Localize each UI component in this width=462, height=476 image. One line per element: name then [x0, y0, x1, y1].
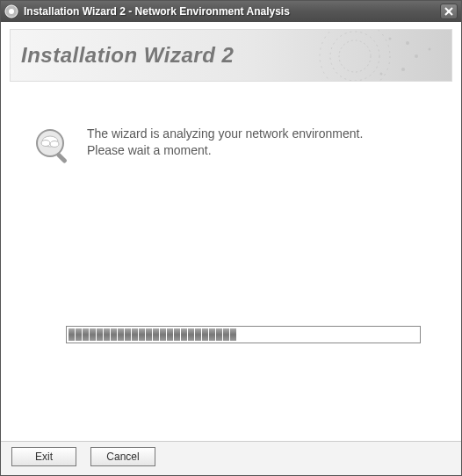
progress-segment	[104, 328, 110, 341]
progress-segment	[160, 328, 166, 341]
app-icon	[4, 4, 18, 18]
progress-segment	[230, 328, 236, 341]
status-message: The wizard is analyzing your network env…	[87, 126, 363, 159]
close-icon	[444, 7, 453, 16]
svg-point-12	[380, 73, 383, 76]
progress-segment	[167, 328, 173, 341]
svg-point-7	[406, 41, 409, 45]
progress-segment	[76, 328, 82, 341]
svg-point-8	[415, 54, 418, 58]
page-title: Installation Wizard 2	[21, 43, 234, 68]
svg-point-10	[389, 38, 392, 40]
content-area: The wizard is analyzing your network env…	[1, 82, 461, 441]
progress-segment	[111, 328, 117, 341]
svg-point-11	[429, 48, 431, 51]
progress-segment	[181, 328, 187, 341]
close-button[interactable]	[440, 4, 458, 19]
svg-point-4	[339, 40, 371, 72]
progress-segment	[83, 328, 89, 341]
footer: Exit Cancel	[1, 441, 461, 475]
svg-point-5	[330, 32, 379, 81]
exit-button[interactable]: Exit	[11, 447, 76, 466]
window-title: Installation Wizard 2 - Network Environm…	[24, 5, 440, 18]
progress-segment	[146, 328, 152, 341]
header-banner: Installation Wizard 2	[10, 29, 452, 82]
status-line-2: Please wait a moment.	[87, 142, 363, 159]
decorative-dots	[267, 30, 443, 82]
progress-segment	[209, 328, 215, 341]
progress-segment	[118, 328, 124, 341]
progress-segment	[188, 328, 194, 341]
svg-point-9	[401, 68, 405, 71]
analyze-icon	[32, 126, 75, 168]
svg-point-1	[9, 9, 14, 14]
progress-segment	[216, 328, 222, 341]
progress-segment	[174, 328, 180, 341]
progress-segment	[223, 328, 229, 341]
progress-segment	[195, 328, 201, 341]
progress-bar	[66, 326, 421, 343]
progress-segment	[97, 328, 103, 341]
installer-window: Installation Wizard 2 - Network Environm…	[0, 0, 462, 476]
svg-point-15	[41, 141, 50, 147]
progress-container	[66, 326, 421, 343]
progress-segment	[153, 328, 159, 341]
status-line-1: The wizard is analyzing your network env…	[87, 126, 363, 142]
progress-segment	[69, 328, 75, 341]
titlebar: Installation Wizard 2 - Network Environm…	[1, 1, 461, 22]
progress-segment	[139, 328, 145, 341]
progress-segment	[202, 328, 208, 341]
svg-point-16	[50, 141, 59, 148]
progress-segment	[125, 328, 131, 341]
svg-rect-17	[55, 152, 67, 163]
progress-segment	[132, 328, 138, 341]
message-row: The wizard is analyzing your network env…	[32, 126, 430, 168]
cancel-button[interactable]: Cancel	[90, 447, 155, 466]
progress-segment	[90, 328, 96, 341]
